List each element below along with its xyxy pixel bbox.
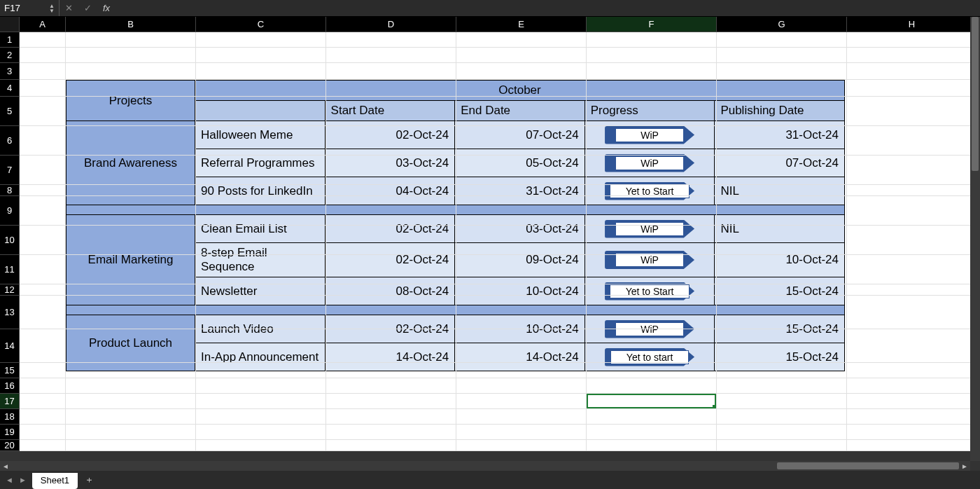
sheet-tab-bar: ◄ ► Sheet1 ＋: [0, 471, 980, 489]
progress-cell[interactable]: Yet to Start: [584, 177, 715, 205]
row-header[interactable]: 18: [0, 409, 20, 425]
start-cell[interactable]: 08-Oct-24: [325, 277, 455, 305]
end-cell[interactable]: 10-Oct-24: [455, 277, 585, 305]
progress-header[interactable]: Progress: [584, 101, 715, 121]
progress-cell[interactable]: Yet to start: [584, 343, 715, 371]
scrollbar-thumb[interactable]: [777, 462, 959, 469]
row-header[interactable]: 5: [0, 97, 20, 126]
sheet-tab-active[interactable]: Sheet1: [32, 473, 78, 489]
start-header[interactable]: Start Date: [325, 101, 455, 121]
task-cell[interactable]: Clean Email List: [195, 215, 326, 243]
row-header[interactable]: 15: [0, 363, 20, 378]
vertical-scrollbar[interactable]: [970, 17, 980, 461]
row-header[interactable]: 13: [0, 296, 20, 329]
column-header[interactable]: C: [196, 17, 326, 32]
group-name[interactable]: Email Marketing: [66, 215, 195, 305]
select-all-corner[interactable]: [0, 17, 20, 32]
row-header[interactable]: 6: [0, 126, 20, 156]
progress-cell[interactable]: WiP: [584, 215, 715, 243]
publish-cell[interactable]: 10-Oct-24: [715, 243, 845, 277]
progress-cell[interactable]: WiP: [584, 149, 715, 177]
end-header[interactable]: End Date: [455, 101, 585, 121]
close-icon: ✕: [65, 3, 73, 13]
column-header[interactable]: A: [20, 17, 66, 32]
fx-label[interactable]: fx: [97, 3, 115, 13]
start-cell[interactable]: 14-Oct-24: [325, 343, 455, 371]
task-cell[interactable]: 8-step Email Sequence: [195, 243, 326, 277]
progress-badge: WiP: [615, 156, 684, 170]
cell-selection: [587, 394, 716, 408]
column-headers: ABCDEFGH: [0, 17, 980, 32]
plus-icon: ＋: [85, 474, 94, 486]
row-header[interactable]: 10: [0, 226, 20, 255]
column-header[interactable]: E: [456, 17, 587, 32]
chevron-left-icon[interactable]: ◄: [6, 476, 13, 484]
row-header[interactable]: 9: [0, 196, 20, 226]
task-cell[interactable]: 90 Posts for LinkedIn: [195, 177, 326, 205]
task-cell[interactable]: Newsletter: [195, 277, 326, 305]
tab-nav[interactable]: ◄ ►: [0, 471, 32, 489]
row-header[interactable]: 1: [0, 32, 20, 48]
progress-badge: WiP: [615, 253, 684, 267]
publish-cell[interactable]: 15-Oct-24: [715, 277, 845, 305]
name-box-spinner[interactable]: ▲ ▼: [45, 4, 59, 13]
formula-input[interactable]: [115, 0, 980, 16]
row-header[interactable]: 12: [0, 284, 20, 296]
month-header[interactable]: October: [195, 81, 845, 101]
scroll-right-icon[interactable]: ►: [959, 462, 970, 470]
start-cell[interactable]: 02-Oct-24: [325, 215, 455, 243]
add-sheet-button[interactable]: ＋: [78, 471, 101, 489]
accept-formula-button[interactable]: ✓: [78, 0, 97, 16]
end-cell[interactable]: 05-Oct-24: [455, 149, 585, 177]
row-header[interactable]: 7: [0, 156, 20, 185]
task-cell[interactable]: In-App Announcement: [195, 343, 326, 371]
start-cell[interactable]: 03-Oct-24: [325, 149, 455, 177]
row-header[interactable]: 19: [0, 425, 20, 440]
publish-cell[interactable]: NIL: [715, 215, 845, 243]
column-header[interactable]: G: [717, 17, 847, 32]
row-header[interactable]: 14: [0, 329, 20, 363]
publish-header[interactable]: Publishing Date: [715, 101, 845, 121]
progress-cell[interactable]: WiP: [584, 243, 715, 277]
name-box[interactable]: [0, 0, 45, 16]
group-name[interactable]: Brand Awareness: [66, 121, 195, 205]
progress-badge: Yet to Start: [610, 284, 690, 298]
row-header[interactable]: 16: [0, 378, 20, 394]
formula-bar: ▲ ▼ ✕ ✓ fx: [0, 0, 980, 17]
cancel-formula-button[interactable]: ✕: [59, 0, 78, 16]
check-icon: ✓: [84, 3, 92, 13]
task-header[interactable]: [195, 101, 326, 121]
row-header[interactable]: 8: [0, 185, 20, 196]
start-cell[interactable]: 02-Oct-24: [325, 243, 455, 277]
row-header[interactable]: 3: [0, 63, 20, 80]
start-cell[interactable]: 04-Oct-24: [325, 177, 455, 205]
publish-cell[interactable]: 15-Oct-24: [715, 343, 845, 371]
row-header[interactable]: 2: [0, 48, 20, 63]
chevron-right-icon[interactable]: ►: [19, 476, 27, 484]
row-header[interactable]: 17: [0, 394, 20, 409]
column-header[interactable]: D: [326, 17, 456, 32]
progress-badge: WiP: [615, 222, 684, 236]
row-header[interactable]: 11: [0, 255, 20, 284]
scrollbar-thumb[interactable]: [972, 17, 979, 171]
column-header[interactable]: H: [847, 17, 977, 32]
end-cell[interactable]: 09-Oct-24: [455, 243, 585, 277]
horizontal-scrollbar[interactable]: ◄ ►: [0, 461, 970, 471]
end-cell[interactable]: 14-Oct-24: [455, 343, 585, 371]
row-header[interactable]: 4: [0, 80, 20, 97]
end-cell[interactable]: 03-Oct-24: [455, 215, 585, 243]
spreadsheet-grid[interactable]: ABCDEFGH 1234567891011121314151617181920…: [0, 17, 980, 471]
cells-area[interactable]: Projects October Start Date End Date Pro…: [20, 32, 980, 451]
progress-cell[interactable]: Yet to Start: [584, 277, 715, 305]
projects-header[interactable]: Projects: [66, 81, 195, 121]
scroll-left-icon[interactable]: ◄: [0, 462, 11, 470]
publish-cell[interactable]: 07-Oct-24: [715, 149, 845, 177]
end-cell[interactable]: 31-Oct-24: [455, 177, 585, 205]
publish-cell[interactable]: NIL: [715, 177, 845, 205]
column-header[interactable]: B: [66, 17, 196, 32]
progress-badge: WiP: [615, 128, 684, 142]
chevron-down-icon: ▼: [49, 8, 55, 13]
row-header[interactable]: 20: [0, 440, 20, 451]
task-cell[interactable]: Referral Programmes: [195, 149, 326, 177]
column-header[interactable]: F: [587, 17, 717, 32]
